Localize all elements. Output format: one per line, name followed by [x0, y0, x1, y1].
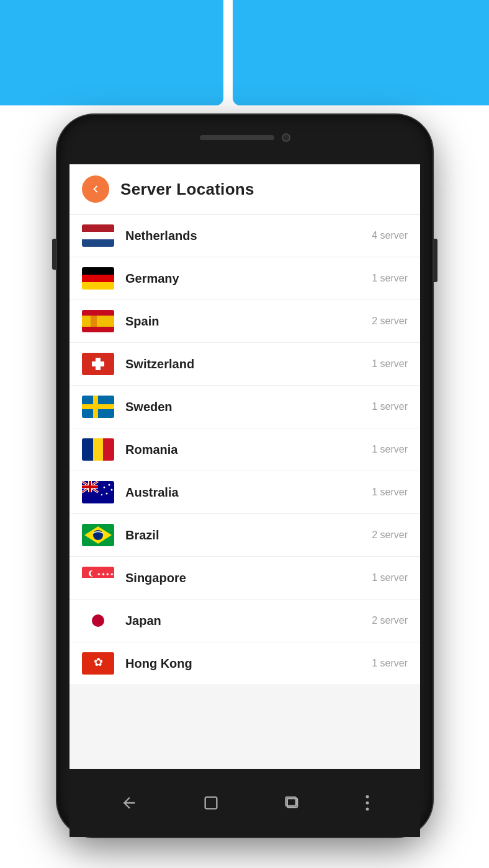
svg-point-40: [91, 570, 97, 577]
server-item-germany[interactable]: Germany 1 server: [70, 257, 420, 300]
flag-au: [82, 481, 114, 503]
flag-ch: [82, 353, 114, 375]
back-button[interactable]: [82, 175, 109, 203]
svg-rect-16: [82, 438, 93, 461]
svg-text:✦✦✦✦✦: ✦✦✦✦✦: [97, 572, 114, 577]
server-count-netherlands: 4 server: [372, 230, 408, 241]
country-name-brazil: Brazil: [125, 528, 372, 542]
server-item-spain[interactable]: Spain 2 server: [70, 300, 420, 343]
svg-rect-8: [82, 327, 114, 332]
bg-panel-left: [0, 0, 223, 105]
speaker-grille: [200, 135, 274, 140]
server-item-australia[interactable]: Australia 1 server: [70, 471, 420, 514]
camera: [282, 133, 290, 142]
server-item-singapore[interactable]: ✦✦✦✦✦ Singapore 1 server: [70, 557, 420, 600]
svg-point-30: [109, 484, 110, 486]
country-name-switzerland: Switzerland: [125, 357, 372, 371]
svg-rect-0: [82, 224, 114, 232]
phone-frame: Server Locations Netherlands 4 server: [57, 115, 433, 837]
server-count-australia: 1 server: [372, 487, 408, 498]
server-count-hong-kong: 1 server: [372, 658, 408, 669]
svg-rect-12: [92, 361, 104, 366]
country-name-spain: Spain: [125, 314, 372, 329]
page-title: Server Locations: [120, 180, 254, 199]
svg-rect-7: [82, 316, 114, 327]
server-count-germany: 1 server: [372, 273, 408, 284]
svg-point-51: [366, 808, 369, 811]
country-name-netherlands: Netherlands: [125, 229, 372, 243]
flag-nl: [82, 224, 114, 247]
flag-jp: [82, 609, 114, 632]
nav-recents-button[interactable]: [284, 794, 301, 812]
server-item-japan[interactable]: Japan 2 server: [70, 600, 420, 642]
country-name-sweden: Sweden: [125, 400, 372, 414]
country-name-germany: Germany: [125, 272, 372, 286]
server-count-switzerland: 1 server: [372, 358, 408, 370]
server-item-romania[interactable]: Romania 1 server: [70, 428, 420, 471]
bg-panel-right: [233, 0, 489, 105]
svg-point-50: [366, 802, 369, 805]
flag-es: [82, 310, 114, 332]
server-count-singapore: 1 server: [372, 572, 408, 583]
flag-de: [82, 267, 114, 290]
server-item-netherlands[interactable]: Netherlands 4 server: [70, 215, 420, 257]
svg-rect-18: [103, 438, 114, 461]
phone-top-bar: [183, 133, 307, 142]
country-name-australia: Australia: [125, 485, 372, 500]
svg-point-32: [106, 493, 108, 495]
phone-screen: Server Locations Netherlands 4 server: [70, 164, 420, 769]
server-item-sweden[interactable]: Sweden 1 server: [70, 386, 420, 428]
svg-point-29: [104, 487, 105, 489]
svg-text:✿: ✿: [94, 656, 103, 668]
screen-content: Server Locations Netherlands 4 server: [70, 164, 420, 769]
country-name-singapore: Singapore: [125, 571, 372, 585]
server-list: Netherlands 4 server Germany 1 server Sp…: [70, 215, 420, 685]
svg-rect-15: [93, 396, 98, 418]
svg-rect-38: [82, 578, 114, 589]
svg-rect-4: [82, 275, 114, 282]
country-name-hong-kong: Hong Kong: [125, 657, 372, 671]
svg-rect-46: [205, 797, 217, 809]
flag-sg: ✦✦✦✦✦: [82, 567, 114, 589]
back-icon: [89, 182, 102, 196]
svg-rect-2: [82, 239, 114, 247]
nav-home-button[interactable]: [202, 794, 220, 812]
svg-rect-9: [91, 316, 97, 327]
flag-ro: [82, 438, 114, 461]
app-header: Server Locations: [70, 164, 420, 215]
server-item-switzerland[interactable]: Switzerland 1 server: [70, 343, 420, 386]
svg-rect-6: [82, 310, 114, 316]
country-name-japan: Japan: [125, 614, 372, 628]
flag-br: [82, 524, 114, 546]
svg-point-43: [92, 614, 104, 627]
power-button: [434, 239, 437, 282]
svg-rect-1: [82, 232, 114, 239]
server-item-brazil[interactable]: Brazil 2 server: [70, 514, 420, 557]
svg-rect-28: [82, 485, 98, 488]
flag-hk: ✿: [82, 652, 114, 675]
svg-point-31: [111, 489, 113, 491]
server-count-spain: 2 server: [372, 316, 408, 327]
svg-rect-5: [82, 282, 114, 290]
server-count-romania: 1 server: [372, 444, 408, 455]
svg-rect-17: [93, 438, 103, 461]
svg-point-49: [366, 795, 369, 799]
flag-se: [82, 396, 114, 418]
server-item-hong-kong[interactable]: ✿ Hong Kong 1 server: [70, 642, 420, 685]
server-count-sweden: 1 server: [372, 401, 408, 412]
svg-point-33: [101, 494, 102, 495]
country-name-romania: Romania: [125, 443, 372, 457]
server-count-brazil: 2 server: [372, 529, 408, 541]
phone-nav-bar: [70, 769, 420, 837]
nav-menu-button[interactable]: [366, 795, 369, 811]
svg-rect-3: [82, 267, 114, 275]
nav-back-button[interactable]: [120, 794, 138, 812]
volume-button: [52, 239, 56, 270]
server-count-japan: 2 server: [372, 615, 408, 626]
